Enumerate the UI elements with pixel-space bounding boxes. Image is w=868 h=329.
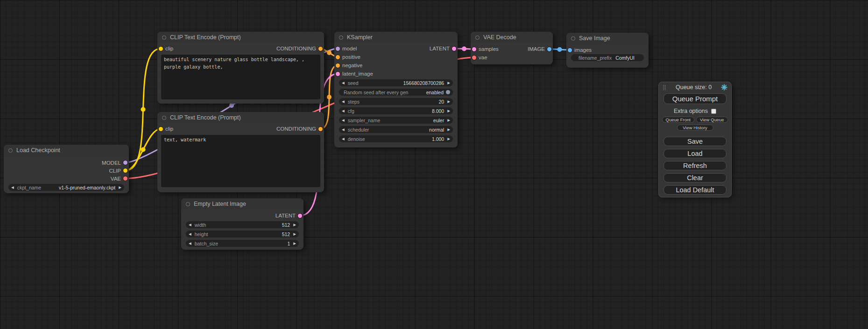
- slot-row-clip-conditioning: clip CONDITIONING: [157, 44, 324, 53]
- queue-panel[interactable]: ⣿ Queue size: 0 Queue Prompt Extra optio…: [658, 82, 732, 197]
- node-vae-decode[interactable]: VAE Decode samples IMAGE vae: [471, 32, 553, 64]
- input-slot-positive: positive: [334, 53, 458, 61]
- node-load-checkpoint[interactable]: Load Checkpoint MODEL CLIP VAE ◀ ckpt_na…: [4, 145, 129, 193]
- decrement-arrow-icon[interactable]: ◀: [189, 223, 191, 227]
- extra-options-checkbox[interactable]: [711, 109, 716, 114]
- output-dot-conditioning[interactable]: [318, 47, 323, 51]
- load-button[interactable]: Load: [663, 149, 727, 158]
- widget-cfg[interactable]: ◀ cfg 8.000 ▶: [339, 107, 453, 114]
- output-dot-clip[interactable]: [123, 168, 127, 173]
- node-clip-text-encode-negative[interactable]: CLIP Text Encode (Prompt) clip CONDITION…: [157, 112, 324, 192]
- increment-arrow-icon[interactable]: ▶: [293, 232, 296, 236]
- widget-batch-size[interactable]: ◀ batch_size 1 ▶: [186, 240, 299, 247]
- extra-options-row: Extra options: [659, 108, 731, 114]
- node-title-bar[interactable]: KSampler: [334, 32, 458, 43]
- collapse-dot-icon[interactable]: [186, 202, 190, 206]
- collapse-dot-icon[interactable]: [162, 35, 166, 40]
- load-default-button[interactable]: Load Default: [663, 185, 727, 195]
- input-dot-vae[interactable]: [472, 56, 476, 60]
- output-dot-latent[interactable]: [452, 47, 456, 51]
- output-slot-clip: CLIP: [4, 167, 129, 175]
- output-slot-latent: LATENT: [181, 211, 303, 220]
- increment-arrow-icon[interactable]: ▶: [447, 81, 450, 85]
- node-title-bar[interactable]: Save Image: [566, 33, 649, 44]
- node-ksampler[interactable]: KSampler model LATENT positive negative …: [334, 32, 458, 147]
- input-dot-clip[interactable]: [159, 47, 163, 51]
- widget-ckpt-name[interactable]: ◀ ckpt_name v1-5-pruned-emaonly.ckpt ▶: [8, 184, 124, 191]
- widget-seed[interactable]: ◀ seed 156680208700286 ▶: [339, 79, 453, 86]
- clear-button[interactable]: Clear: [663, 173, 727, 182]
- input-dot-clip[interactable]: [159, 127, 163, 131]
- settings-gear-icon[interactable]: [721, 84, 727, 91]
- combo-right-arrow-icon[interactable]: ▶: [447, 119, 450, 122]
- decrement-arrow-icon[interactable]: ◀: [189, 232, 191, 236]
- decrement-arrow-icon[interactable]: ◀: [342, 109, 345, 113]
- output-dot-latent[interactable]: [298, 214, 302, 218]
- node-title: Empty Latent Image: [194, 201, 246, 207]
- node-save-image[interactable]: Save Image images filename_prefix ComfyU…: [566, 33, 649, 68]
- widget-steps[interactable]: ◀ steps 20 ▶: [339, 98, 453, 105]
- save-button[interactable]: Save: [663, 137, 727, 146]
- node-title-bar[interactable]: Empty Latent Image: [181, 198, 303, 210]
- node-title-bar[interactable]: VAE Decode: [471, 32, 553, 43]
- input-dot-positive[interactable]: [336, 55, 340, 59]
- link-dot-clip-a: [141, 107, 146, 112]
- node-empty-latent-image[interactable]: Empty Latent Image LATENT ◀ width 512 ▶ …: [181, 198, 303, 250]
- collapse-dot-icon[interactable]: [8, 148, 13, 153]
- widget-scheduler[interactable]: ◀ scheduler normal ▶: [339, 126, 453, 133]
- input-dot-latent-image[interactable]: [336, 72, 340, 76]
- widget-width[interactable]: ◀ width 512 ▶: [186, 221, 299, 228]
- widget-random-seed-toggle[interactable]: Random seed after every gen enabled: [339, 89, 453, 96]
- combo-left-arrow-icon[interactable]: ◀: [11, 186, 14, 189]
- output-dot-model[interactable]: [123, 161, 127, 165]
- node-title-bar[interactable]: CLIP Text Encode (Prompt): [157, 112, 324, 123]
- comfyui-canvas[interactable]: { "colors": { "model": "#B39DDB", "clip"…: [0, 0, 868, 329]
- toggle-indicator-icon[interactable]: [446, 90, 450, 94]
- increment-arrow-icon[interactable]: ▶: [447, 109, 450, 113]
- widget-height[interactable]: ◀ height 512 ▶: [186, 231, 299, 238]
- widget-sampler-name[interactable]: ◀ sampler_name euler ▶: [339, 117, 453, 124]
- node-clip-text-encode-positive[interactable]: CLIP Text Encode (Prompt) clip CONDITION…: [157, 32, 324, 104]
- increment-arrow-icon[interactable]: ▶: [447, 100, 450, 104]
- decrement-arrow-icon[interactable]: ◀: [342, 81, 345, 85]
- view-queue-button[interactable]: View Queue: [696, 117, 728, 123]
- widget-denoise[interactable]: ◀ denoise 1.000 ▶: [339, 135, 453, 142]
- link-dot-image: [557, 47, 562, 52]
- queue-prompt-button[interactable]: Queue Prompt: [663, 93, 727, 104]
- input-dot-samples[interactable]: [472, 47, 476, 51]
- combo-left-arrow-icon[interactable]: ◀: [342, 128, 345, 132]
- collapse-dot-icon[interactable]: [571, 36, 575, 41]
- combo-right-arrow-icon[interactable]: ▶: [447, 128, 450, 132]
- increment-arrow-icon[interactable]: ▶: [293, 223, 296, 227]
- refresh-button[interactable]: Refresh: [663, 161, 727, 170]
- node-title: CLIP Text Encode (Prompt): [170, 34, 241, 41]
- input-dot-negative[interactable]: [336, 63, 340, 68]
- node-title-bar[interactable]: CLIP Text Encode (Prompt): [157, 32, 324, 43]
- view-history-button[interactable]: View History: [677, 125, 713, 131]
- decrement-arrow-icon[interactable]: ◀: [189, 242, 191, 245]
- prompt-textarea[interactable]: beautiful scenery nature glass bottle la…: [161, 55, 320, 99]
- node-title-bar[interactable]: Load Checkpoint: [4, 145, 129, 156]
- widget-filename-prefix[interactable]: filename_prefix ComfyUI: [571, 54, 644, 61]
- output-dot-image[interactable]: [547, 47, 551, 51]
- input-dot-images[interactable]: [568, 48, 572, 52]
- drag-handle-icon[interactable]: ⣿: [663, 85, 666, 90]
- decrement-arrow-icon[interactable]: ◀: [342, 137, 345, 141]
- decrement-arrow-icon[interactable]: ◀: [342, 100, 345, 104]
- node-body: images filename_prefix ComfyUI: [566, 44, 649, 61]
- collapse-dot-icon[interactable]: [339, 35, 343, 40]
- output-dot-vae[interactable]: [123, 176, 127, 181]
- combo-right-arrow-icon[interactable]: ▶: [119, 186, 121, 189]
- input-dot-model[interactable]: [336, 47, 340, 51]
- collapse-dot-icon[interactable]: [162, 116, 166, 120]
- slot-row-clip-conditioning: clip CONDITIONING: [157, 125, 324, 133]
- increment-arrow-icon[interactable]: ▶: [447, 137, 450, 141]
- increment-arrow-icon[interactable]: ▶: [293, 242, 296, 245]
- output-dot-conditioning[interactable]: [318, 127, 323, 131]
- combo-left-arrow-icon[interactable]: ◀: [342, 119, 345, 122]
- collapse-dot-icon[interactable]: [475, 35, 480, 40]
- link-dot-model: [229, 103, 234, 108]
- queue-front-button[interactable]: Queue Front: [662, 117, 694, 123]
- node-body: samples IMAGE vae: [471, 43, 553, 62]
- prompt-textarea[interactable]: text, watermark: [161, 135, 320, 187]
